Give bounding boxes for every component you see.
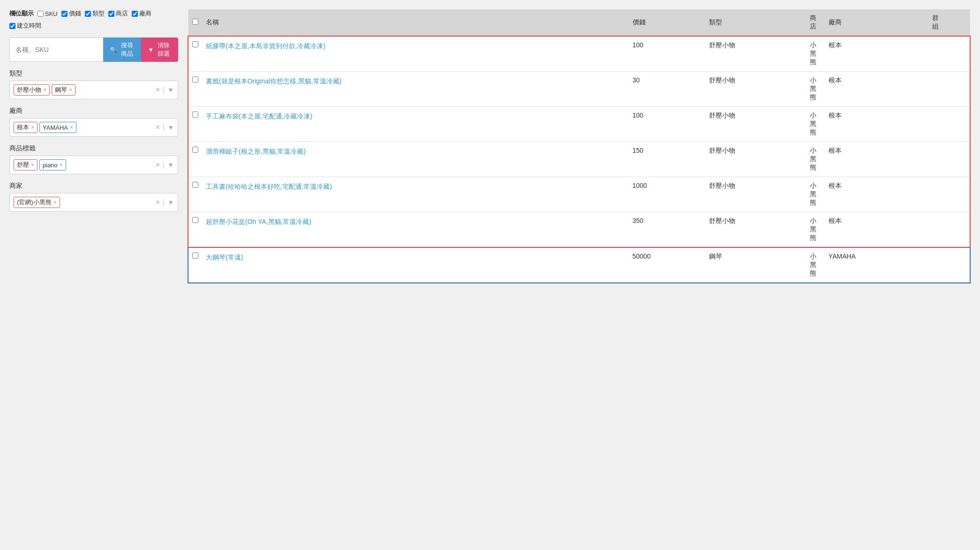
row-checkbox[interactable] [192, 182, 198, 188]
filter-vendor-label: 廠商 [9, 107, 178, 115]
filter-type-box: 舒壓小物 × 鋼琴 × × | ▼ [9, 81, 178, 99]
row-checkbox[interactable] [192, 217, 198, 223]
product-name[interactable]: 手工麻布袋(本之屋,宅配通,冷藏冷凍) [206, 112, 312, 120]
col-sku-label: SKU [45, 10, 58, 17]
filter-vendor-section: 廠商 根本 × YAMAHA × × | ▼ [9, 107, 178, 137]
col-price-label: 價錢 [69, 9, 81, 18]
tag-vendor-root-text: 根本 [17, 123, 29, 132]
col-vendor-checkbox[interactable] [132, 11, 138, 17]
search-input[interactable] [9, 37, 103, 62]
search-bar: 🔍 搜尋商品 ▼ 清除篩選 [9, 37, 178, 62]
col-type[interactable]: 類型 [85, 9, 105, 18]
col-price-checkbox[interactable] [61, 11, 68, 17]
col-vendor[interactable]: 廠商 [132, 9, 151, 18]
filter-vendor-clear[interactable]: × [156, 123, 160, 132]
row-checkbox[interactable] [192, 41, 198, 47]
product-name[interactable]: 超舒壓小花盆(Oh YA,黑貓,常溫冷藏) [206, 218, 311, 225]
product-name[interactable]: 溜滑梯鎚子(根之形,黑貓,常溫冷藏) [206, 148, 306, 155]
table-row: 溜滑梯鎚子(根之形,黑貓,常溫冷藏)150舒壓小物小黑熊根本 [188, 142, 970, 177]
search-button[interactable]: 🔍 搜尋商品 [103, 37, 141, 62]
col-sku-checkbox[interactable] [38, 11, 44, 17]
col-price[interactable]: 價錢 [61, 9, 81, 18]
search-icon: 🔍 [110, 46, 117, 53]
tag-label-piano-remove[interactable]: × [60, 162, 63, 168]
tag-type-comfort-text: 舒壓小物 [17, 86, 41, 94]
tag-vendor-root-remove[interactable]: × [31, 124, 34, 131]
th-check [188, 9, 202, 36]
filter-shop-box: (官網)小黑熊 × × | ▼ [9, 193, 178, 212]
tag-shop-bear[interactable]: (官網)小黑熊 × [14, 197, 60, 208]
th-name: 名稱 [202, 9, 629, 36]
product-table-body: 紙膠帶(本之屋,本島非貨到付款,冷藏冷凍)100舒壓小物小黑熊根本書籤(就是根本… [188, 36, 970, 283]
filter-vendor-actions: × | ▼ [156, 123, 174, 132]
left-panel: 欄位顯示 SKU 價錢 類型 商店 廠商 [9, 9, 178, 283]
product-name[interactable]: 工具書(哈哈哈之根本好吃,宅配通,常溫冷藏) [206, 183, 332, 190]
product-name[interactable]: 書籤(就是根本Original你想怎樣,黑貓,常溫冷藏) [206, 77, 341, 85]
right-panel: 名稱 價錢 類型 商店 廠商 群組 紙膠帶(本之屋,本島非貨到付款,冷藏冷凍)1… [188, 9, 971, 283]
product-name[interactable]: 紙膠帶(本之屋,本島非貨到付款,冷藏冷凍) [206, 42, 325, 50]
filter-shop-chevron[interactable]: ▼ [167, 199, 174, 206]
tag-label-comfort-remove[interactable]: × [31, 162, 34, 168]
tag-type-piano-text: 鋼琴 [55, 86, 67, 94]
tag-label-comfort[interactable]: 舒壓 × [14, 159, 38, 171]
tag-label-piano[interactable]: piano × [39, 159, 66, 171]
row-checkbox[interactable] [192, 76, 198, 82]
tag-vendor-yamaha-text: YAMAHA [43, 124, 68, 131]
col-created[interactable]: 建立時間 [9, 22, 41, 30]
filter-type-section: 類型 舒壓小物 × 鋼琴 × × | ▼ [9, 69, 178, 99]
col-created-checkbox[interactable] [9, 23, 15, 29]
col-store[interactable]: 商店 [108, 9, 128, 18]
th-group: 群組 [928, 9, 970, 36]
tag-shop-bear-remove[interactable]: × [53, 199, 57, 206]
filter-vendor-chevron[interactable]: ▼ [167, 124, 174, 131]
filter-tags-clear[interactable]: × [156, 161, 160, 169]
col-type-checkbox[interactable] [85, 11, 91, 17]
row-checkbox[interactable] [192, 147, 198, 153]
th-type: 類型 [705, 9, 806, 36]
table-row: 手工麻布袋(本之屋,宅配通,冷藏冷凍)100舒壓小物小黑熊根本 [188, 107, 970, 142]
filter-tags-box: 舒壓 × piano × × | ▼ [9, 156, 178, 174]
th-store: 商店 [806, 9, 825, 36]
filter-shop-label: 商家 [9, 182, 178, 190]
tag-type-piano-remove[interactable]: × [69, 87, 72, 93]
filter-shop-actions: × | ▼ [156, 198, 174, 207]
table-row: 紙膠帶(本之屋,本島非貨到付款,冷藏冷凍)100舒壓小物小黑熊根本 [188, 36, 970, 72]
filter-tags-section: 商品標籤 舒壓 × piano × × | ▼ [9, 144, 178, 174]
filter-shop-section: 商家 (官網)小黑熊 × × | ▼ [9, 182, 178, 212]
filter-type-actions: × | ▼ [156, 86, 174, 94]
table-row: 大鋼琴(常溫)50000鋼琴小黑熊YAMAHA [188, 247, 970, 283]
tag-label-comfort-text: 舒壓 [17, 161, 29, 169]
col-vendor-label: 廠商 [139, 9, 151, 18]
tag-type-comfort[interactable]: 舒壓小物 × [14, 84, 50, 96]
main-container: 欄位顯示 SKU 價錢 類型 商店 廠商 [9, 9, 971, 283]
search-button-label: 搜尋商品 [119, 41, 135, 58]
filter-tags-chevron[interactable]: ▼ [167, 161, 174, 169]
col-sku[interactable]: SKU [38, 10, 58, 17]
tag-type-comfort-remove[interactable]: × [43, 87, 46, 93]
filter-type-label: 類型 [9, 69, 178, 78]
col-type-label: 類型 [92, 9, 105, 18]
col-created-label: 建立時間 [17, 22, 41, 30]
tag-label-piano-text: piano [43, 162, 58, 169]
table-row: 工具書(哈哈哈之根本好吃,宅配通,常溫冷藏)1000舒壓小物小黑熊根本 [188, 177, 970, 212]
table-header-row: 名稱 價錢 類型 商店 廠商 群組 [188, 9, 970, 36]
product-name[interactable]: 大鋼琴(常溫) [206, 253, 243, 261]
tag-type-piano[interactable]: 鋼琴 × [52, 84, 75, 96]
row-checkbox[interactable] [192, 253, 198, 259]
tag-vendor-root[interactable]: 根本 × [14, 122, 38, 133]
row-checkbox[interactable] [192, 111, 198, 118]
filter-type-clear[interactable]: × [156, 86, 160, 94]
column-display-row: 欄位顯示 SKU 價錢 類型 商店 廠商 [9, 9, 178, 30]
col-store-checkbox[interactable] [108, 11, 114, 17]
select-all-checkbox[interactable] [192, 19, 198, 25]
th-price: 價錢 [629, 9, 706, 36]
filter-type-chevron[interactable]: ▼ [167, 86, 174, 94]
filter-tags-actions: × | ▼ [156, 161, 174, 169]
filter-vendor-box: 根本 × YAMAHA × × | ▼ [9, 118, 178, 137]
tag-vendor-yamaha[interactable]: YAMAHA × [39, 122, 76, 133]
filter-type-tags: 舒壓小物 × 鋼琴 × [14, 84, 152, 96]
tag-vendor-yamaha-remove[interactable]: × [70, 124, 73, 131]
filter-shop-clear[interactable]: × [156, 198, 160, 207]
col-store-label: 商店 [116, 9, 128, 18]
clear-filter-button[interactable]: ▼ 清除篩選 [141, 37, 178, 62]
